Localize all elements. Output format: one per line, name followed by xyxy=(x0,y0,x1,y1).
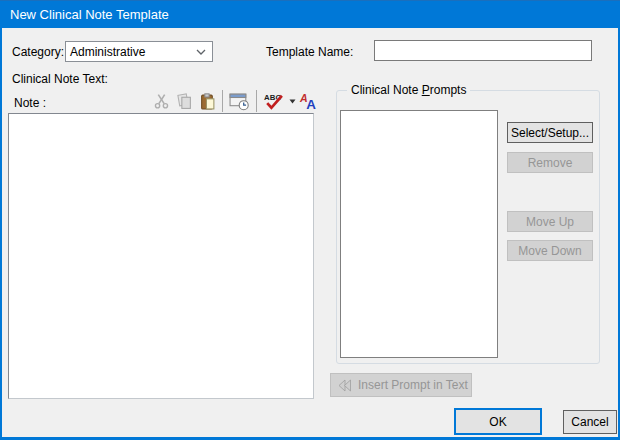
template-name-input[interactable] xyxy=(374,40,592,61)
dropdown-arrow-icon xyxy=(289,99,296,104)
cut-button[interactable] xyxy=(150,89,173,113)
scissors-icon xyxy=(153,93,170,110)
dialog-new-clinical-note-template: New Clinical Note Template Category: Adm… xyxy=(0,0,620,440)
spell-check-button[interactable]: ABC xyxy=(260,89,287,113)
abc-check-icon: ABC xyxy=(262,92,285,111)
window-clock-icon xyxy=(229,92,250,111)
category-selected-value: Administrative xyxy=(70,45,145,59)
move-down-button[interactable]: Move Down xyxy=(507,240,593,261)
prompts-listbox[interactable] xyxy=(340,110,498,358)
window-title: New Clinical Note Template xyxy=(0,7,169,22)
chevron-down-icon xyxy=(196,49,206,55)
cancel-button[interactable]: Cancel xyxy=(563,410,617,434)
clinical-note-text-label: Clinical Note Text: xyxy=(12,72,108,86)
insert-prompt-label: Insert Prompt in Text xyxy=(358,378,468,392)
double-chevron-left-icon xyxy=(337,379,352,392)
note-textarea[interactable] xyxy=(8,113,314,399)
paste-button[interactable] xyxy=(196,89,219,113)
font-button[interactable]: A A xyxy=(297,89,320,113)
remove-button[interactable]: Remove xyxy=(507,152,593,173)
note-label: Note : xyxy=(14,96,46,110)
category-label: Category: xyxy=(12,45,64,59)
copy-button[interactable] xyxy=(173,89,196,113)
category-combobox[interactable]: Administrative xyxy=(65,41,213,62)
paste-icon xyxy=(199,93,216,110)
note-toolbar: ABC A A xyxy=(150,88,320,114)
dialog-body: Category: Administrative Template Name: … xyxy=(2,28,618,437)
insert-prompt-in-text-button[interactable]: Insert Prompt in Text xyxy=(330,373,472,397)
ok-button[interactable]: OK xyxy=(454,408,542,435)
clinical-note-prompts-group-label: Clinical Note Prompts xyxy=(347,83,470,97)
font-letters-icon: A A xyxy=(299,92,318,110)
svg-text:A: A xyxy=(306,97,316,110)
select-setup-button[interactable]: Select/Setup... xyxy=(507,122,593,143)
toolbar-separator xyxy=(256,90,257,112)
spell-check-dropdown-button[interactable] xyxy=(287,89,297,113)
move-up-button[interactable]: Move Up xyxy=(507,211,593,232)
toolbar-separator xyxy=(222,90,223,112)
insert-note-window-button[interactable] xyxy=(226,89,253,113)
copy-icon xyxy=(176,93,193,110)
template-name-label: Template Name: xyxy=(266,45,353,59)
title-bar[interactable]: New Clinical Note Template xyxy=(0,0,620,28)
